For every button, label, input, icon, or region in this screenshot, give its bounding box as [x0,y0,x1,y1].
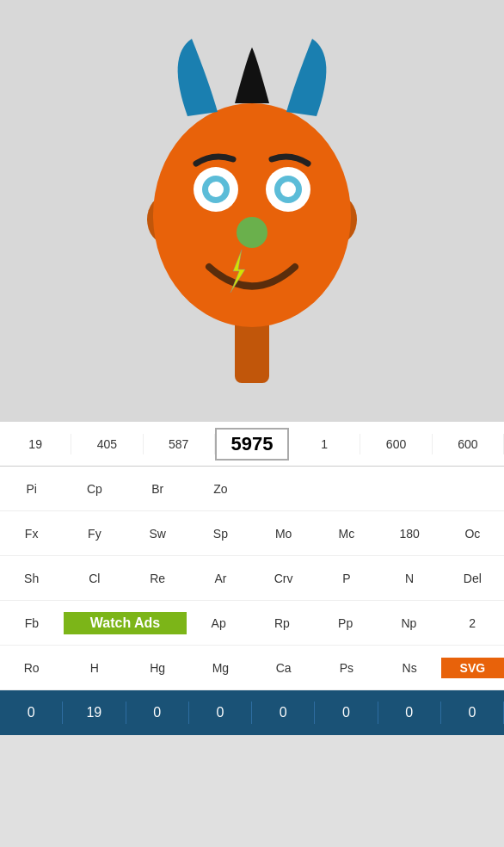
label-pi[interactable]: Pi [0,479,63,499]
label-np[interactable]: Np [378,613,441,634]
label-ns[interactable]: Ns [378,658,441,678]
score-cell-5: 600 [360,434,432,454]
label-hg[interactable]: Hg [126,658,189,678]
label-empty-6 [378,485,441,492]
label-ps[interactable]: Ps [315,658,378,678]
label-br[interactable]: Br [126,479,189,499]
count-6: 0 [378,702,441,724]
score-cell-2: 587 [144,434,215,454]
character-svg [114,30,390,392]
score-cell-1: 405 [71,434,143,454]
label-row-5: Ro H Hg Mg Ca Ps Ns SVG [0,646,504,690]
count-0: 0 [0,702,63,724]
count-row: 0 19 0 0 0 0 0 0 [0,690,504,735]
svg-point-3 [153,103,351,327]
label-mc[interactable]: Mc [315,523,378,544]
label-sw[interactable]: Sw [126,523,189,544]
svg-point-8 [208,182,224,197]
label-rp[interactable]: Rp [250,613,314,634]
label-2[interactable]: 2 [440,613,504,634]
score-cell-6: 600 [433,434,504,454]
label-row-2: Fx Fy Sw Sp Mo Mc 180 Oc [0,511,504,556]
label-ar[interactable]: Ar [189,568,252,589]
count-1: 19 [63,702,126,724]
label-oc[interactable]: Oc [441,523,504,544]
label-zo[interactable]: Zo [189,479,252,499]
label-n[interactable]: N [378,568,441,589]
svg-point-9 [280,182,296,197]
svg-button[interactable]: SVG [441,658,504,678]
label-fy[interactable]: Fy [63,523,126,544]
count-5: 0 [315,702,378,724]
label-row-1: Pi Cp Br Zo [0,467,504,511]
score-cell-4: 1 [289,434,360,454]
label-pp[interactable]: Pp [314,613,378,634]
label-sh[interactable]: Sh [0,568,63,589]
label-sp[interactable]: Sp [189,523,252,544]
label-ro[interactable]: Ro [0,658,63,678]
watch-ads-button[interactable]: Watch Ads [64,612,187,634]
label-ap[interactable]: Ap [187,613,250,634]
label-row-4: Fb Watch Ads Ap Rp Pp Np 2 [0,601,504,646]
label-fb[interactable]: Fb [0,613,64,634]
count-4: 0 [252,702,315,724]
label-empty-4 [252,485,315,492]
label-p[interactable]: P [315,568,378,589]
count-3: 0 [189,702,252,724]
score-cell-3: 5975 [215,428,289,461]
count-2: 0 [126,702,189,724]
score-row: 19 405 587 5975 1 600 600 [0,422,504,467]
label-ca[interactable]: Ca [252,658,315,678]
label-mg[interactable]: Mg [189,658,252,678]
score-cell-0: 19 [0,434,71,454]
label-crv[interactable]: Crv [252,568,315,589]
label-empty-5 [315,485,378,492]
grid-area: 19 405 587 5975 1 600 600 Pi Cp Br Zo Fx… [0,422,504,735]
label-mo[interactable]: Mo [252,523,315,544]
label-h[interactable]: H [63,658,126,678]
label-fx[interactable]: Fx [0,523,63,544]
label-180[interactable]: 180 [378,523,441,544]
count-7: 0 [441,702,504,724]
label-empty-7 [441,485,504,492]
label-re[interactable]: Re [126,568,189,589]
label-del[interactable]: Del [441,568,504,589]
label-cl[interactable]: Cl [63,568,126,589]
label-row-3: Sh Cl Re Ar Crv P N Del [0,556,504,601]
label-cp[interactable]: Cp [63,479,126,499]
svg-point-10 [237,217,267,248]
character-area [0,0,504,422]
